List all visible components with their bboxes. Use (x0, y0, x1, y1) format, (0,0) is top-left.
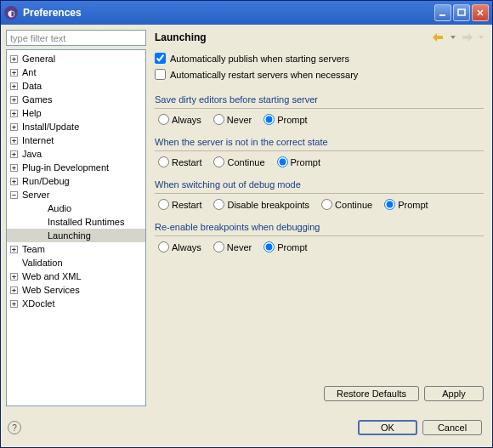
tree-item-launching[interactable]: Launching (7, 229, 145, 242)
radio-restart[interactable]: Restart (158, 199, 201, 210)
tree-item-web-services[interactable]: +Web Services (7, 283, 145, 297)
titlebar[interactable]: ◐ Preferences (1, 1, 492, 25)
radio-prompt[interactable]: Prompt (264, 114, 307, 125)
tree-item-label: Internet (20, 134, 55, 146)
apply-button[interactable]: Apply (424, 386, 484, 401)
radio-always[interactable]: Always (158, 241, 201, 252)
auto-publish-input[interactable] (155, 53, 166, 64)
radio-label: Continue (335, 200, 372, 210)
radio-input[interactable] (384, 199, 395, 210)
expander-icon[interactable]: + (10, 69, 18, 77)
radio-input[interactable] (213, 156, 224, 167)
group-title: When switching out of debug mode (155, 179, 484, 190)
expander-icon[interactable]: + (10, 110, 18, 117)
tree-item-web-and-xml[interactable]: +Web and XML (7, 269, 145, 283)
tree-item-general[interactable]: +General (7, 52, 145, 65)
tree-item-label: Team (20, 243, 47, 255)
tree-item-label: Install/Update (20, 121, 81, 133)
back-button[interactable] (431, 31, 446, 43)
tree-item-internet[interactable]: +Internet (7, 133, 145, 147)
tree-item-games[interactable]: +Games (7, 93, 145, 106)
radio-label: Prompt (291, 157, 320, 167)
svg-rect-1 (458, 9, 465, 15)
filter-input[interactable] (6, 30, 146, 46)
auto-restart-checkbox[interactable]: Automatically restart servers when neces… (155, 66, 484, 82)
radio-label: Restart (172, 157, 201, 167)
forward-dropdown[interactable] (478, 31, 484, 43)
radio-prompt[interactable]: Prompt (277, 156, 320, 167)
expander-icon[interactable]: + (10, 123, 18, 131)
maximize-button[interactable] (453, 4, 470, 21)
tree-item-label: Web and XML (20, 270, 83, 282)
tree-item-label: Run/Debug (20, 175, 71, 187)
expander-icon[interactable]: + (10, 55, 18, 63)
restore-defaults-button[interactable]: Restore Defaults (324, 386, 419, 401)
auto-publish-checkbox[interactable]: Automatically publish when starting serv… (155, 50, 484, 66)
help-icon[interactable]: ? (8, 421, 21, 434)
expander-icon[interactable]: + (10, 178, 18, 185)
tree-item-ant[interactable]: +Ant (7, 65, 145, 79)
radio-label: Prompt (277, 242, 307, 252)
radio-input[interactable] (158, 114, 169, 125)
expander-icon[interactable]: + (10, 246, 18, 253)
expander-icon[interactable]: + (10, 82, 18, 90)
expander-icon[interactable]: + (10, 137, 18, 145)
radio-input[interactable] (213, 241, 224, 252)
expander-icon[interactable]: + (10, 273, 18, 281)
option-group-4: Re-enable breakpoints when debuggingAlwa… (155, 222, 484, 252)
radio-disable-breakpoints[interactable]: Disable breakpoints (213, 199, 309, 210)
radio-prompt[interactable]: Prompt (264, 241, 307, 252)
tree-item-java[interactable]: +Java (7, 147, 145, 161)
auto-restart-input[interactable] (155, 69, 166, 80)
radio-input[interactable] (277, 156, 288, 167)
tree-item-validation[interactable]: Validation (7, 256, 145, 269)
radio-never[interactable]: Never (213, 241, 252, 252)
tree-item-audio[interactable]: Audio (7, 201, 145, 215)
tree-item-install-update[interactable]: +Install/Update (7, 120, 145, 133)
radio-label: Prompt (398, 200, 428, 210)
expander-icon[interactable]: + (10, 96, 18, 104)
radio-input[interactable] (213, 199, 224, 210)
minimize-button[interactable] (434, 4, 451, 21)
tree-item-label: General (20, 53, 57, 65)
expander-icon[interactable]: + (10, 164, 18, 172)
radio-input[interactable] (264, 241, 275, 252)
radio-input[interactable] (158, 199, 169, 210)
auto-publish-label: Automatically publish when starting serv… (170, 54, 349, 64)
group-title: Save dirty editors before starting serve… (155, 94, 484, 105)
tree-item-xdoclet[interactable]: +XDoclet (7, 297, 145, 310)
radio-always[interactable]: Always (158, 114, 201, 125)
preferences-window: ◐ Preferences +General+Ant+Data+Games+He… (0, 0, 493, 448)
back-dropdown[interactable] (450, 31, 456, 43)
tree-item-run-debug[interactable]: +Run/Debug (7, 174, 145, 188)
radio-input[interactable] (213, 114, 224, 125)
radio-prompt[interactable]: Prompt (384, 199, 428, 210)
group-title: When the server is not in the correct st… (155, 137, 484, 147)
radio-input[interactable] (264, 114, 275, 125)
tree-item-server[interactable]: −Server (7, 188, 145, 201)
ok-button[interactable]: OK (358, 420, 417, 435)
tree-item-data[interactable]: +Data (7, 79, 145, 93)
radio-never[interactable]: Never (213, 114, 252, 125)
svg-rect-0 (439, 14, 445, 16)
expander-icon[interactable]: − (10, 191, 18, 199)
close-button[interactable] (472, 4, 489, 21)
radio-input[interactable] (158, 241, 169, 252)
preferences-tree[interactable]: +General+Ant+Data+Games+Help+Install/Upd… (6, 49, 146, 406)
expander-icon[interactable]: + (10, 300, 18, 308)
tree-item-team[interactable]: +Team (7, 242, 145, 256)
radio-input[interactable] (158, 156, 169, 167)
tree-item-label: Server (20, 189, 51, 201)
tree-item-installed-runtimes[interactable]: Installed Runtimes (7, 215, 145, 229)
forward-button[interactable] (459, 31, 474, 43)
radio-input[interactable] (321, 199, 332, 210)
radio-continue[interactable]: Continue (321, 199, 372, 210)
cancel-button[interactable]: Cancel (422, 420, 482, 435)
tree-item-help[interactable]: +Help (7, 106, 145, 120)
radio-restart[interactable]: Restart (158, 156, 201, 167)
expander-icon[interactable]: + (10, 286, 18, 294)
expander-icon[interactable]: + (10, 150, 18, 158)
tree-item-label: Installed Runtimes (46, 216, 127, 228)
radio-continue[interactable]: Continue (213, 156, 264, 167)
tree-item-plug-in-development[interactable]: +Plug-in Development (7, 161, 145, 174)
